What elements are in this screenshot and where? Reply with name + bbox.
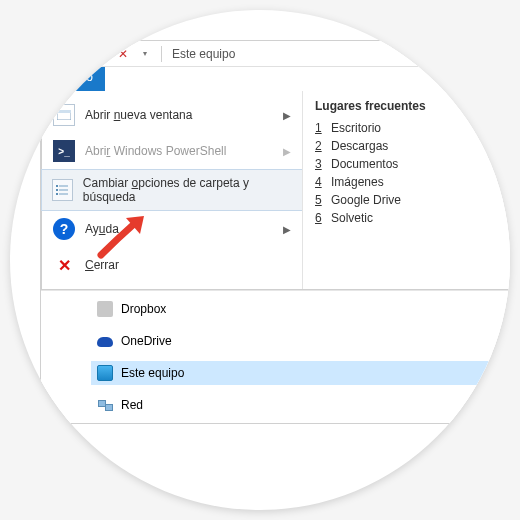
undo-icon[interactable]: ↶	[47, 44, 67, 64]
svg-rect-3	[59, 185, 68, 187]
svg-rect-1	[57, 110, 71, 113]
window-title: Este equipo	[172, 47, 235, 61]
tree-label: OneDrive	[121, 334, 172, 348]
tree-item-this-pc[interactable]: Este equipo	[91, 361, 510, 385]
viewport-mask: ↶ ↷ ☑ ✕ ▾ Este equipo Archivo Abrir nuev…	[10, 10, 510, 510]
file-menu-right: Lugares frecuentes 1Escritorio 2Descarga…	[302, 91, 510, 289]
tree-label: Este equipo	[121, 366, 184, 380]
svg-rect-7	[59, 193, 68, 195]
menu-label: Cerrar	[85, 258, 119, 272]
frequent-place[interactable]: 1Escritorio	[315, 119, 510, 137]
window-icon	[53, 104, 75, 126]
svg-rect-4	[56, 189, 58, 191]
powershell-icon: >_	[53, 140, 75, 162]
tree-item-dropbox[interactable]: Dropbox	[91, 297, 510, 321]
svg-rect-2	[56, 185, 58, 187]
frequent-place[interactable]: 4Imágenes	[315, 173, 510, 191]
svg-rect-5	[59, 189, 68, 191]
separator	[161, 46, 162, 62]
menu-label: Cambiar opciones de carpeta y búsqueda	[83, 176, 292, 204]
options-icon	[52, 179, 73, 201]
delete-icon[interactable]: ✕	[113, 44, 133, 64]
frequent-place[interactable]: 3Documentos	[315, 155, 510, 173]
svg-rect-6	[56, 193, 58, 195]
menu-help[interactable]: ? Ayuda ▶	[42, 211, 302, 247]
checkbox-icon[interactable]: ☑	[91, 44, 111, 64]
menu-close[interactable]: ✕ Cerrar	[42, 247, 302, 283]
close-icon: ✕	[53, 254, 75, 276]
pc-icon	[97, 365, 113, 381]
tree-label: Dropbox	[121, 302, 166, 316]
frequent-place[interactable]: 6Solvetic	[315, 209, 510, 227]
tree-item-network[interactable]: Red	[91, 393, 510, 417]
frequent-place[interactable]: 2Descargas	[315, 137, 510, 155]
menu-folder-options[interactable]: Cambiar opciones de carpeta y búsqueda	[41, 169, 303, 211]
tree-label: Red	[121, 398, 143, 412]
frequent-heading: Lugares frecuentes	[315, 99, 510, 113]
navigation-tree: Dropbox OneDrive Este equipo Red	[41, 290, 510, 423]
file-menu-panel: Abrir nueva ventana ▶ >_ Abrir Windows P…	[41, 91, 510, 290]
menu-powershell: >_ Abrir Windows PowerShell ▶	[42, 133, 302, 169]
onedrive-icon	[97, 333, 113, 349]
quick-access-toolbar: ↶ ↷ ☑ ✕ ▾ Este equipo	[41, 41, 510, 67]
file-explorer-window: ↶ ↷ ☑ ✕ ▾ Este equipo Archivo Abrir nuev…	[40, 40, 510, 424]
ribbon-tabs: Archivo	[41, 67, 510, 91]
menu-label: Abrir Windows PowerShell	[85, 144, 226, 158]
dropbox-icon	[97, 301, 113, 317]
submenu-arrow-icon: ▶	[283, 110, 291, 121]
file-tab[interactable]: Archivo	[41, 67, 105, 91]
help-icon: ?	[53, 218, 75, 240]
tree-item-onedrive[interactable]: OneDrive	[91, 329, 510, 353]
file-menu-left: Abrir nueva ventana ▶ >_ Abrir Windows P…	[42, 91, 302, 289]
redo-icon[interactable]: ↷	[69, 44, 89, 64]
frequent-place[interactable]: 5Google Drive	[315, 191, 510, 209]
menu-label: Abrir nueva ventana	[85, 108, 192, 122]
network-icon	[97, 397, 113, 413]
menu-label: Ayuda	[85, 222, 119, 236]
submenu-arrow-icon: ▶	[283, 224, 291, 235]
menu-new-window[interactable]: Abrir nueva ventana ▶	[42, 97, 302, 133]
qat-dropdown-icon[interactable]: ▾	[135, 44, 155, 64]
submenu-arrow-icon: ▶	[283, 146, 291, 157]
